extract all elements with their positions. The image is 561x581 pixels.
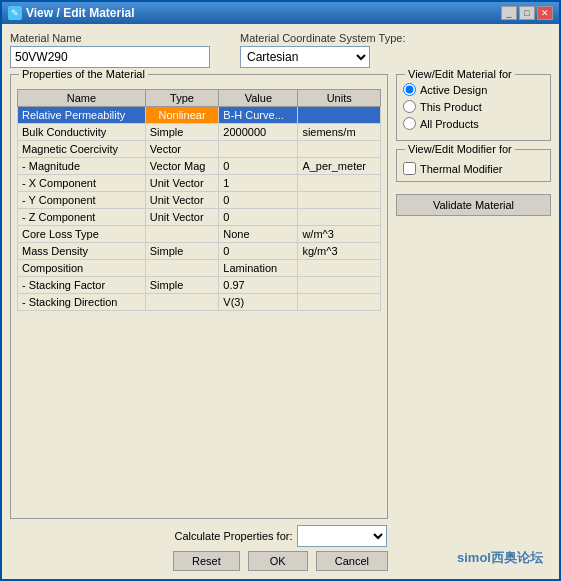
validate-material-button[interactable]: Validate Material	[396, 194, 551, 216]
cell-type	[145, 226, 219, 243]
cell-units	[298, 141, 381, 158]
cell-type: Simple	[145, 277, 219, 294]
cell-name: - Y Component	[18, 192, 146, 209]
title-bar-buttons: _ □ ✕	[501, 6, 553, 20]
cell-name: - Z Component	[18, 209, 146, 226]
radio-active-design[interactable]: Active Design	[403, 83, 544, 96]
cell-name: - X Component	[18, 175, 146, 192]
radio-active-design-label: Active Design	[420, 84, 487, 96]
window-title: View / Edit Material	[26, 6, 134, 20]
table-row[interactable]: Core Loss TypeNonew/m^3	[18, 226, 381, 243]
close-button[interactable]: ✕	[537, 6, 553, 20]
cell-name: - Stacking Factor	[18, 277, 146, 294]
top-row: Material Name Material Coordinate System…	[10, 32, 551, 68]
thermal-modifier-label: Thermal Modifier	[420, 163, 503, 175]
maximize-button[interactable]: □	[519, 6, 535, 20]
cell-units	[298, 107, 381, 124]
properties-table-container[interactable]: Name Type Value Units Relative Permeabil…	[17, 89, 381, 512]
radio-this-product[interactable]: This Product	[403, 100, 544, 113]
radio-all-products[interactable]: All Products	[403, 117, 544, 130]
cell-type: Vector Mag	[145, 158, 219, 175]
cell-value: V(3)	[219, 294, 298, 311]
cell-type	[145, 294, 219, 311]
cell-name: Mass Density	[18, 243, 146, 260]
coord-system-select[interactable]: Cartesian Cylindrical Spherical	[240, 46, 370, 68]
table-row[interactable]: - Y ComponentUnit Vector0	[18, 192, 381, 209]
cell-type	[145, 260, 219, 277]
cell-name: Core Loss Type	[18, 226, 146, 243]
cell-value: 0	[219, 209, 298, 226]
cell-units	[298, 260, 381, 277]
radio-all-products-label: All Products	[420, 118, 479, 130]
cell-name: Composition	[18, 260, 146, 277]
properties-table: Name Type Value Units Relative Permeabil…	[17, 89, 381, 311]
cell-value: 0.97	[219, 277, 298, 294]
cell-units	[298, 277, 381, 294]
title-bar-left: ✎ View / Edit Material	[8, 6, 134, 20]
cell-type: Unit Vector	[145, 175, 219, 192]
cell-units	[298, 175, 381, 192]
coord-select-container: Cartesian Cylindrical Spherical	[240, 46, 405, 68]
calculate-row: Calculate Properties for:	[10, 525, 551, 547]
col-value: Value	[219, 90, 298, 107]
cell-name: Bulk Conductivity	[18, 124, 146, 141]
table-row[interactable]: Mass DensitySimple0kg/m^3	[18, 243, 381, 260]
radio-all-products-input[interactable]	[403, 117, 416, 130]
cell-type: Nonlinear	[145, 107, 219, 124]
cell-value: 2000000	[219, 124, 298, 141]
cell-name: - Stacking Direction	[18, 294, 146, 311]
table-row[interactable]: - Stacking FactorSimple0.97	[18, 277, 381, 294]
view-edit-material-box: View/Edit Material for Active Design Thi…	[396, 74, 551, 141]
main-window: ✎ View / Edit Material _ □ ✕ Material Na…	[0, 0, 561, 581]
cell-type: Vector	[145, 141, 219, 158]
radio-this-product-input[interactable]	[403, 100, 416, 113]
title-bar: ✎ View / Edit Material _ □ ✕	[2, 2, 559, 24]
cell-units: w/m^3	[298, 226, 381, 243]
thermal-modifier-checkbox[interactable]	[403, 162, 416, 175]
cell-type: Simple	[145, 243, 219, 260]
cell-name: - Magnitude	[18, 158, 146, 175]
view-edit-material-title: View/Edit Material for	[405, 68, 515, 80]
table-row[interactable]: - Stacking DirectionV(3)	[18, 294, 381, 311]
table-row[interactable]: - MagnitudeVector Mag0A_per_meter	[18, 158, 381, 175]
properties-legend: Properties of the Material	[19, 68, 148, 80]
watermark: simol西奥论坛	[0, 549, 543, 567]
table-row[interactable]: Relative PermeabilityNonlinearB-H Curve.…	[18, 107, 381, 124]
cell-type: Unit Vector	[145, 192, 219, 209]
table-row[interactable]: Bulk ConductivitySimple2000000siemens/m	[18, 124, 381, 141]
cell-name: Relative Permeability	[18, 107, 146, 124]
right-panel: View/Edit Material for Active Design Thi…	[396, 74, 551, 519]
cell-value	[219, 141, 298, 158]
col-units: Units	[298, 90, 381, 107]
cell-value: B-H Curve...	[219, 107, 298, 124]
cell-type: Simple	[145, 124, 219, 141]
cell-units	[298, 294, 381, 311]
main-content: Material Name Material Coordinate System…	[2, 24, 559, 579]
cell-type: Unit Vector	[145, 209, 219, 226]
radio-this-product-label: This Product	[420, 101, 482, 113]
cell-value: 0	[219, 158, 298, 175]
material-name-input[interactable]	[10, 46, 210, 68]
cell-units	[298, 192, 381, 209]
radio-active-design-input[interactable]	[403, 83, 416, 96]
table-row[interactable]: - Z ComponentUnit Vector0	[18, 209, 381, 226]
calculate-label: Calculate Properties for:	[175, 530, 293, 542]
coord-system-label: Material Coordinate System Type:	[240, 32, 405, 44]
main-area: Properties of the Material Name Type Val…	[10, 74, 551, 519]
thermal-modifier-item[interactable]: Thermal Modifier	[403, 162, 544, 175]
cell-value: 0	[219, 243, 298, 260]
cell-value: Lamination	[219, 260, 298, 277]
table-row[interactable]: - X ComponentUnit Vector1	[18, 175, 381, 192]
cell-units: A_per_meter	[298, 158, 381, 175]
cell-value: 1	[219, 175, 298, 192]
table-row[interactable]: CompositionLamination	[18, 260, 381, 277]
calculate-select[interactable]	[297, 525, 387, 547]
minimize-button[interactable]: _	[501, 6, 517, 20]
properties-panel: Properties of the Material Name Type Val…	[10, 74, 388, 519]
table-row[interactable]: Magnetic CoercivityVector	[18, 141, 381, 158]
coord-system-group: Material Coordinate System Type: Cartesi…	[240, 32, 405, 68]
cell-units: kg/m^3	[298, 243, 381, 260]
view-edit-modifier-box: View/Edit Modifier for Thermal Modifier	[396, 149, 551, 182]
modifier-title: View/Edit Modifier for	[405, 143, 515, 155]
window-icon: ✎	[8, 6, 22, 20]
